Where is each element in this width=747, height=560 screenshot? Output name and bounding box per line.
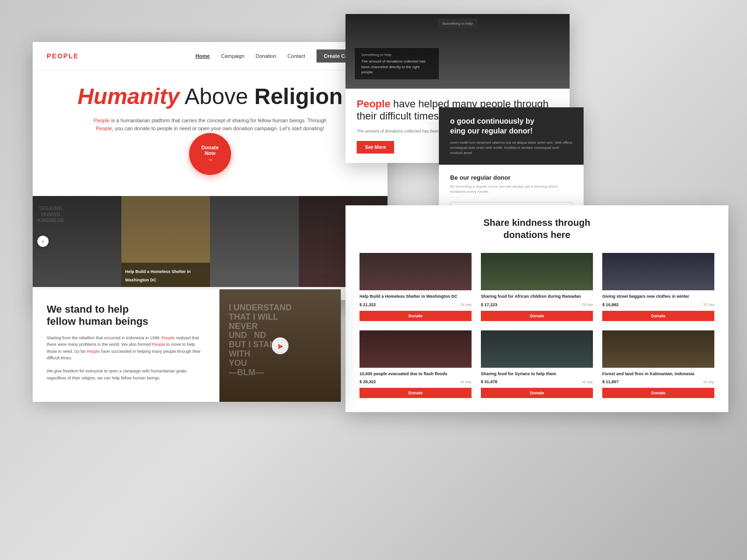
donate-now-button[interactable]: Donate Now →: [189, 133, 231, 175]
campaign-donate-btn-4[interactable]: Donate: [359, 388, 472, 398]
donate-label2: Now: [204, 150, 215, 156]
donate-btn-wrapper: Donate Now →: [51, 142, 369, 170]
photo-item-2: Help Build a Homeless Shelter in Washing…: [121, 196, 210, 287]
campaign-title-4: 10,000 people evacuated due to flash flo…: [359, 371, 472, 377]
campaigns-title-line2: donations here: [503, 230, 570, 240]
nav-links: Home Campaign Donation Contact: [196, 53, 305, 59]
donate-label: Donate: [201, 145, 218, 150]
campaign-card-2: Sharing food for African children during…: [476, 248, 598, 326]
campaigns-title: Share kindness through donations here: [359, 217, 714, 241]
campaign-days-2: 28 day: [582, 302, 593, 307]
right-bottom-panel: Share kindness through donations here He…: [345, 205, 728, 412]
donor-form-sub: By becoming a regular donor you will alw…: [450, 184, 572, 194]
nav-donation[interactable]: Donation: [256, 53, 276, 59]
photo-overlay-2: Help Build a Homeless Shelter in Washing…: [121, 263, 210, 287]
donor-form-title: Be our regular donor: [450, 174, 572, 181]
about-people1: People: [162, 336, 175, 340]
campaigns-title-line1: Share kindness through: [484, 217, 591, 228]
campaign-meta-2: $ 17,223 28 day: [481, 302, 593, 307]
campaigns-header: Share kindness through donations here: [345, 205, 728, 248]
campaign-donate-btn-5[interactable]: Donate: [481, 388, 593, 398]
brand-logo: PEOPLE: [47, 52, 79, 60]
campaign-meta-4: $ 28,322 40 day: [359, 379, 472, 384]
campaign-days-3: 32 day: [703, 302, 714, 307]
campaign-img-5: [481, 330, 593, 368]
campaign-title-2: Sharing food for African children during…: [481, 294, 593, 300]
hero-title: Humanity Above Religion: [51, 84, 369, 109]
about-panel: We stand to help fellow human beings Sta…: [33, 289, 341, 402]
campaign-card-5: Sharing food for Syrians to help them $ …: [476, 326, 598, 403]
campaign-title-5: Sharing food for Syrians to help them: [481, 371, 593, 377]
campaign-title-6: Forest and land fires in Kalimantan, Ind…: [602, 371, 714, 377]
campaign-grid: Help Build a Homeless Shelter in Washing…: [345, 248, 728, 412]
donor-dark-sub: orem mollit non deserunt ullamco est sit…: [450, 140, 572, 156]
campaign-amount-2: $ 17,223: [481, 302, 497, 307]
campaign-title-1: Help Build a Homeless Shelter in Washing…: [359, 294, 472, 300]
campaign-title-3: Giving street beggars new clothes in win…: [602, 294, 714, 300]
campaign-img-4: [359, 330, 472, 368]
video-bg-text: I UNDERSTANDTHAT I WILLNEVERUND NDBUT I …: [229, 303, 292, 377]
donor-dark-section: o good continuously by eing our regular …: [439, 107, 584, 165]
about-heading: We stand to help fellow human beings: [47, 303, 205, 328]
campaign-donate-btn-3[interactable]: Donate: [602, 311, 714, 321]
about-content: We stand to help fellow human beings Sta…: [33, 289, 341, 402]
campaign-img-1: [359, 253, 472, 290]
photo-item-3: [210, 196, 299, 287]
hero-subtitle-people2: People: [96, 126, 112, 131]
sign-text-1: SEEKINGHUMANKINDNESS: [37, 205, 64, 224]
photo-strip: ‹ SEEKINGHUMANKINDNESS Help Build a Home…: [33, 196, 388, 287]
rtp-image: Something to help Something to help The …: [345, 14, 570, 89]
campaign-meta-3: $ 10,882 32 day: [602, 302, 714, 307]
hero-section: Humanity Above Religion People is a huma…: [33, 70, 388, 170]
donor-tagline-line1: o good continuously by: [450, 117, 534, 125]
campaign-donate-btn-6[interactable]: Donate: [602, 388, 714, 398]
campaign-days-6: 42 day: [703, 380, 714, 384]
campaign-days-1: 24 day: [460, 302, 472, 307]
campaign-donate-btn-1[interactable]: Donate: [359, 311, 472, 321]
hero-subtitle: People is a humanitarian platform that c…: [93, 117, 327, 133]
donor-tagline: o good continuously by eing our regular …: [450, 117, 572, 136]
campaign-img-2: [481, 253, 593, 290]
about-heading-line2: fellow human beings: [47, 315, 148, 327]
about-text: We stand to help fellow human beings Sta…: [33, 289, 219, 402]
rtp-overlay-title-text: Something to help: [361, 53, 432, 57]
donate-arrow-icon: →: [207, 156, 213, 163]
campaign-card-4: 10,000 people evacuated due to flash flo…: [355, 326, 476, 403]
nav-home[interactable]: Home: [196, 53, 210, 59]
campaign-amount-5: $ 31,478: [481, 379, 497, 384]
main-website-panel: PEOPLE Home Campaign Donation Contact Cr…: [33, 42, 388, 300]
hero-title-religion: Religion: [254, 84, 343, 109]
campaign-meta-5: $ 31,478 42 day: [481, 379, 593, 384]
nav-campaign[interactable]: Campaign: [221, 53, 244, 59]
campaign-donate-btn-2[interactable]: Donate: [481, 311, 593, 321]
about-para1: Starting from the rebellion that occurre…: [47, 335, 205, 362]
campaign-card-1: Help Build a Homeless Shelter in Washing…: [355, 248, 476, 326]
about-people3: People: [87, 349, 100, 354]
campaign-meta-1: $ 21,322 24 day: [359, 302, 472, 307]
prev-arrow-button[interactable]: ‹: [37, 236, 49, 247]
navbar: PEOPLE Home Campaign Donation Contact Cr…: [33, 42, 388, 70]
campaign-amount-1: $ 21,322: [359, 302, 376, 307]
campaign-meta-6: $ 11,657 42 day: [602, 379, 714, 384]
campaign-days-5: 42 day: [582, 380, 593, 384]
about-video-thumbnail[interactable]: ▶ I UNDERSTANDTHAT I WILLNEVERUND NDBUT …: [219, 289, 341, 402]
rtp-overlay-body: The amount of donations collected has be…: [361, 59, 432, 75]
about-heading-line1: We stand to help: [47, 303, 129, 315]
campaign-amount-3: $ 10,882: [602, 302, 619, 307]
campaign-amount-4: $ 28,322: [359, 379, 376, 384]
hero-title-above: Above: [184, 84, 254, 109]
rtp-overlay-title: Something to help: [443, 21, 473, 26]
rtp-heading-people: People: [357, 98, 390, 110]
about-para2: We give freedom for everyone to open a c…: [47, 368, 205, 381]
photo-label-2: Help Build a Homeless Shelter in Washing…: [125, 269, 191, 282]
campaign-img-6: [602, 330, 714, 368]
see-more-button[interactable]: See More: [357, 141, 394, 154]
about-people2: People: [152, 342, 165, 347]
campaign-days-4: 40 day: [460, 380, 472, 384]
nav-contact[interactable]: Contact: [288, 53, 305, 59]
hero-title-humanity: Humanity: [78, 84, 180, 109]
campaign-amount-6: $ 11,657: [602, 379, 619, 384]
campaign-img-3: [602, 253, 714, 290]
donor-tagline-line2: eing our regular donor!: [450, 127, 533, 135]
hero-subtitle-people1: People: [94, 118, 110, 123]
